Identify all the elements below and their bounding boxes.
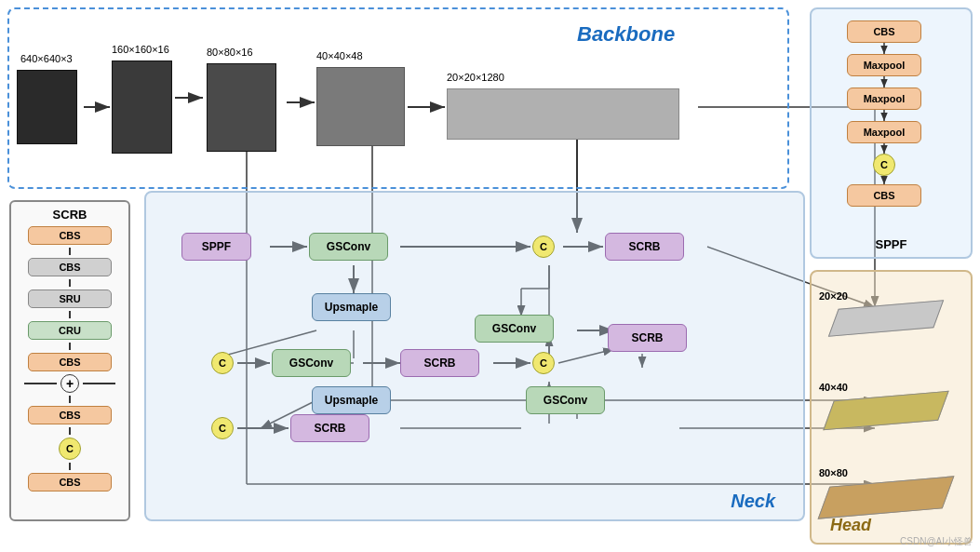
upsmaple1-block: Upsmaple	[312, 293, 391, 321]
scrb-title: SCRB	[53, 208, 87, 222]
legend-arrow2	[69, 279, 71, 287]
legend-plus-row: +	[24, 374, 115, 393]
backbone-block3: 40×40×48	[316, 67, 405, 146]
legend-arrow6	[69, 427, 71, 435]
sppf-maxpool2: Maxpool	[847, 88, 921, 110]
legend-arrow7	[69, 463, 71, 470]
diagram-container: Backbone Input 640×640×3 160×160×16 80×8…	[0, 0, 980, 552]
gsconv-center: GSConv	[475, 315, 554, 343]
scrb1-block: SCRB	[605, 233, 684, 261]
sppf-maxpool1: Maxpool	[847, 54, 921, 76]
legend-line-r	[83, 383, 115, 384]
backbone-block2: 80×80×16	[207, 63, 276, 152]
legend-cbs5: CBS	[28, 473, 112, 491]
legend-cbs3: CBS	[28, 353, 112, 371]
watermark: CSDN@AI小怪兽	[900, 535, 973, 548]
backbone-block4: 20×20×1280	[447, 88, 679, 140]
dim-1: 160×160×16	[112, 44, 169, 55]
sppf-maxpool3: Maxpool	[847, 121, 921, 143]
sppf-cbs1: CBS	[847, 20, 921, 43]
head-label: Head	[830, 516, 871, 535]
neck-label: Neck	[731, 491, 775, 512]
legend-sru: SRU	[28, 289, 112, 308]
legend-arrow5	[69, 396, 71, 403]
sppf-cbs2: CBS	[847, 184, 921, 207]
scrb3-block: SCRB	[290, 414, 369, 442]
c2-circle: C	[211, 352, 234, 374]
gsconv1-block: GSConv	[309, 233, 388, 261]
c1-circle: C	[532, 236, 555, 258]
scrb-legend: SCRB CBS CBS SRU CRU CBS + CBS C CBS	[9, 200, 130, 521]
sppf-region: CBS Maxpool Maxpool Maxpool C CBS SPPF	[810, 7, 973, 259]
scrb2-block: SCRB	[400, 349, 479, 377]
output-80x80	[818, 476, 955, 518]
legend-arrow1	[69, 248, 71, 255]
legend-arrow4	[69, 343, 71, 350]
input-block: 640×640×3	[17, 70, 77, 144]
legend-cbs2: CBS	[28, 258, 112, 276]
sppf-c-circle: C	[873, 154, 895, 176]
dim-3: 40×40×48	[316, 50, 363, 61]
legend-cru: CRU	[28, 321, 112, 340]
upsmaple2-block: Upsmaple	[312, 386, 391, 414]
legend-cbs1: CBS	[28, 226, 112, 245]
head-dim-40: 40×40	[819, 382, 848, 393]
legend-c-circle: C	[59, 438, 81, 460]
gsconv4-block: GSConv	[526, 386, 605, 414]
backbone-label: Backbone	[577, 22, 675, 47]
head-region: Head 20×20 40×40 80×80	[810, 270, 973, 545]
sppf-region-label: SPPF	[812, 237, 971, 251]
backbone-block1: 160×160×16	[112, 61, 172, 154]
output-20x20	[828, 300, 944, 337]
c3-circle: C	[532, 352, 555, 374]
legend-arrow3	[69, 311, 71, 318]
legend-cbs4: CBS	[28, 406, 112, 424]
legend-line-l	[24, 383, 57, 384]
dim-2: 80×80×16	[207, 47, 253, 58]
c4-circle: C	[211, 417, 234, 439]
dim-4: 20×20×1280	[447, 72, 504, 83]
legend-plus: +	[60, 374, 79, 393]
sppf-block: SPPF	[181, 233, 251, 261]
output-40x40	[823, 391, 948, 430]
scrb-center: SCRB	[608, 324, 687, 352]
gsconv2-block: GSConv	[272, 349, 351, 377]
head-dim-20: 20×20	[819, 290, 848, 302]
dim-input: 640×640×3	[20, 53, 73, 64]
head-dim-80: 80×80	[819, 467, 848, 478]
